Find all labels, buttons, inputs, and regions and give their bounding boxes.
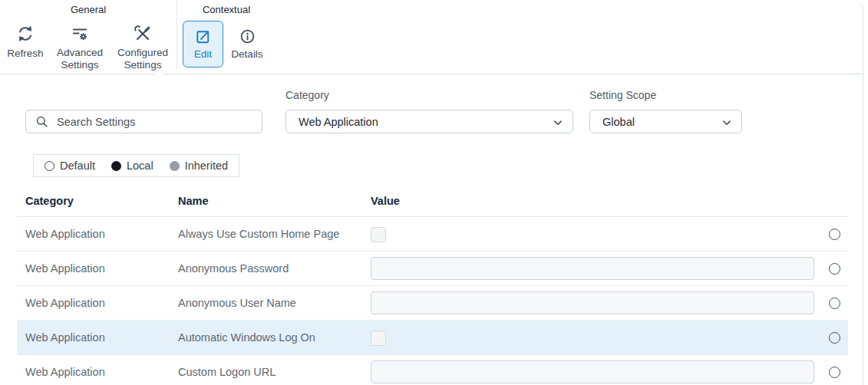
table-row[interactable]: Web Application Anonymous Password bbox=[17, 252, 848, 286]
edit-button[interactable]: Edit bbox=[183, 21, 223, 67]
row-category: Web Application bbox=[25, 262, 105, 275]
search-settings-input[interactable] bbox=[25, 110, 262, 133]
legend-label-local: Local bbox=[127, 160, 153, 172]
chevron-down-icon bbox=[720, 116, 734, 130]
configured-settings-icon bbox=[134, 25, 152, 43]
value-checkbox[interactable] bbox=[371, 331, 386, 346]
table-row[interactable]: Web Application Always Use Custom Home P… bbox=[17, 217, 848, 252]
advanced-settings-button[interactable]: Advanced Settings bbox=[49, 25, 111, 71]
column-header-value: Value bbox=[371, 195, 400, 207]
table-row[interactable]: Web Application Anonymous User Name bbox=[17, 286, 848, 321]
row-category: Web Application bbox=[25, 297, 105, 309]
value-input[interactable] bbox=[371, 291, 814, 314]
default-marker-icon bbox=[45, 161, 54, 171]
column-header-name: Name bbox=[178, 195, 209, 207]
category-label: Category bbox=[285, 89, 329, 101]
table-row[interactable]: Web Application Custom Logon URL bbox=[17, 355, 848, 385]
row-name: Anonymous Password bbox=[178, 262, 289, 275]
legend-item-inherited: Inherited bbox=[170, 160, 228, 172]
details-icon bbox=[239, 28, 256, 45]
row-state-radio[interactable] bbox=[829, 298, 840, 309]
row-state-radio[interactable] bbox=[829, 332, 840, 344]
legend-item-default: Default bbox=[45, 160, 95, 172]
row-state-radio[interactable] bbox=[829, 263, 840, 275]
value-checkbox[interactable] bbox=[371, 227, 386, 242]
legend-item-local: Local bbox=[111, 160, 153, 172]
column-header-category: Category bbox=[25, 195, 74, 207]
row-name: Always Use Custom Home Page bbox=[178, 228, 339, 240]
search-icon bbox=[35, 114, 49, 129]
row-name: Automatic Windows Log On bbox=[178, 331, 315, 344]
row-category: Web Application bbox=[25, 331, 105, 344]
value-input[interactable] bbox=[371, 360, 814, 383]
details-button[interactable]: Details bbox=[225, 21, 269, 67]
ribbon-group-contextual-title: Contextual bbox=[183, 4, 270, 15]
row-name: Custom Logon URL bbox=[178, 366, 276, 378]
local-marker-icon bbox=[111, 161, 121, 171]
edit-button-label: Edit bbox=[194, 48, 212, 61]
details-button-label: Details bbox=[231, 48, 262, 61]
ribbon-group-general-title: General bbox=[0, 4, 177, 15]
chevron-down-icon bbox=[551, 116, 565, 130]
row-name: Anonymous User Name bbox=[178, 297, 296, 309]
setting-scope-select[interactable]: Global bbox=[589, 110, 742, 133]
ribbon-group-divider bbox=[177, 0, 177, 69]
state-legend: Default Local Inherited bbox=[33, 154, 239, 177]
category-select[interactable]: Web Application bbox=[285, 110, 573, 133]
inherited-marker-icon bbox=[170, 161, 180, 171]
legend-label-default: Default bbox=[60, 160, 95, 172]
row-state-radio[interactable] bbox=[829, 367, 840, 378]
configured-settings-button-label: Configured Settings bbox=[109, 47, 177, 71]
advanced-settings-button-label: Advanced Settings bbox=[49, 47, 111, 71]
table-row[interactable]: Web Application Automatic Windows Log On bbox=[17, 321, 848, 355]
refresh-icon bbox=[15, 24, 35, 44]
refresh-button-label: Refresh bbox=[7, 48, 43, 60]
value-input[interactable] bbox=[371, 257, 814, 280]
row-state-radio[interactable] bbox=[829, 229, 840, 240]
configured-settings-button[interactable]: Configured Settings bbox=[109, 25, 177, 71]
settings-table-header: Category Name Value bbox=[17, 192, 848, 217]
setting-scope-select-value: Global bbox=[590, 116, 635, 128]
refresh-button[interactable]: Refresh bbox=[2, 24, 49, 60]
advanced-settings-icon bbox=[71, 25, 89, 43]
row-category: Web Application bbox=[25, 366, 105, 378]
setting-scope-label: Setting Scope bbox=[589, 89, 656, 101]
settings-page: General Contextual Refresh bbox=[0, 0, 868, 385]
category-select-value: Web Application bbox=[286, 116, 378, 128]
row-category: Web Application bbox=[25, 228, 105, 240]
search-settings-box bbox=[25, 110, 262, 133]
edit-icon bbox=[194, 28, 212, 45]
ribbon-toolbar: General Contextual Refresh bbox=[0, 0, 863, 74]
legend-label-inherited: Inherited bbox=[185, 160, 228, 172]
